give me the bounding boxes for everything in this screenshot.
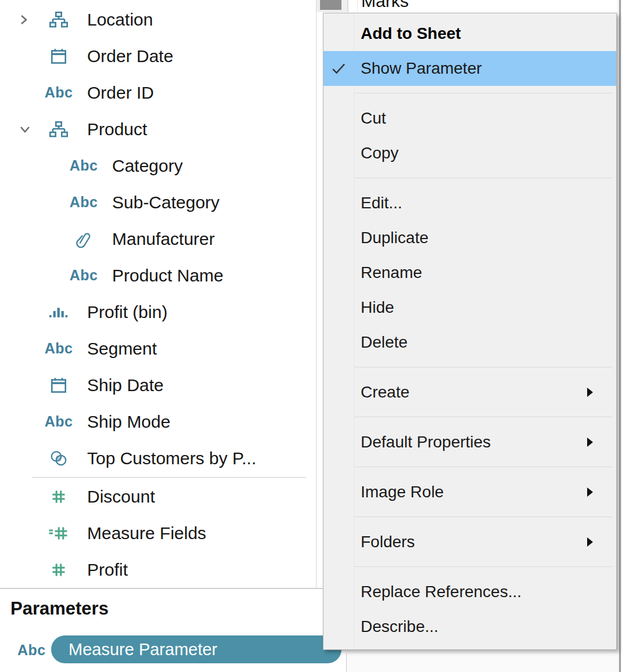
menu-item-label: Cut <box>361 109 386 128</box>
menu-item-label: Copy <box>361 144 398 162</box>
field-label: Product <box>87 120 147 139</box>
submenu-arrow-icon <box>587 487 593 497</box>
marks-card-label: Marks <box>361 0 443 12</box>
field-label: Order ID <box>87 83 154 103</box>
submenu-arrow-icon <box>587 388 593 397</box>
chevron-down-icon[interactable] <box>17 123 41 136</box>
field-label: Sub-Category <box>112 193 220 212</box>
abc-icon: Abc <box>66 267 102 284</box>
menu-separator <box>354 516 613 517</box>
abc-icon: Abc <box>66 157 102 174</box>
menu-item-label: Create <box>361 383 409 402</box>
field-row-discount[interactable]: Discount <box>0 478 317 515</box>
field-row-product-name[interactable]: AbcProduct Name <box>0 257 317 294</box>
field-row-category[interactable]: AbcCategory <box>0 147 317 184</box>
field-label: Top Customers by P... <box>87 449 256 468</box>
menu-item-describe[interactable]: Describe... <box>323 609 616 644</box>
menu-item-label: Show Parameter <box>361 59 482 78</box>
histogram-icon <box>41 306 77 318</box>
field-row-ship-mode[interactable]: AbcShip Mode <box>0 403 317 440</box>
menu-item-label: Folders <box>361 533 415 551</box>
menu-separator <box>354 178 613 178</box>
field-label: Category <box>112 156 183 176</box>
canvas-background <box>347 652 617 672</box>
field-row-top-customers-by-p[interactable]: Top Customers by P... <box>0 440 317 476</box>
menu-separator <box>354 467 613 467</box>
marks-card-label-text: Marks <box>361 0 409 11</box>
field-label: Order Date <box>87 46 173 66</box>
field-row-profit[interactable]: Profit <box>0 551 317 588</box>
parameter-pill-measure-parameter[interactable]: Measure Parameter <box>51 635 341 663</box>
measure-fields-icon <box>41 526 77 541</box>
app-window: Marks LocationOrder DateAbcOrder IDProdu… <box>0 0 622 672</box>
submenu-arrow-icon <box>587 438 593 447</box>
field-label: Measure Fields <box>87 523 206 543</box>
calendar-icon <box>41 377 77 393</box>
menu-item-hide[interactable]: Hide <box>323 290 616 325</box>
field-label: Profit <box>87 560 128 580</box>
check-icon <box>330 60 347 77</box>
menu-item-label: Replace References... <box>361 583 522 601</box>
field-row-sub-category[interactable]: AbcSub-Category <box>0 184 317 221</box>
calendar-icon <box>41 48 77 64</box>
field-row-segment[interactable]: AbcSegment <box>0 330 317 367</box>
paperclip-icon <box>66 230 102 248</box>
menu-item-image-role[interactable]: Image Role <box>323 475 616 510</box>
field-label: Location <box>87 10 153 30</box>
menu-item-create[interactable]: Create <box>323 375 616 410</box>
field-row-measure-fields[interactable]: Measure Fields <box>0 515 317 551</box>
parameter-pill-label: Measure Parameter <box>69 640 217 659</box>
menu-item-edit[interactable]: Edit... <box>323 186 616 221</box>
marks-card-edge-line <box>357 0 358 12</box>
hierarchy-icon <box>41 12 77 28</box>
menu-item-label: Default Properties <box>361 433 491 451</box>
field-label: Manufacturer <box>112 229 215 249</box>
field-row-order-id[interactable]: AbcOrder ID <box>0 74 317 111</box>
field-row-location[interactable]: Location <box>0 1 317 38</box>
field-label: Ship Date <box>87 375 164 395</box>
menu-separator <box>354 93 613 93</box>
field-row-order-date[interactable]: Order Date <box>0 38 317 74</box>
menu-item-show-parameter[interactable]: Show Parameter <box>323 51 616 86</box>
toolbar-swatch <box>320 0 341 10</box>
field-row-profit-bin[interactable]: Profit (bin) <box>0 294 317 330</box>
pane-divider-bottom <box>346 653 347 672</box>
menu-item-label: Rename <box>361 263 422 282</box>
menu-item-folders[interactable]: Folders <box>323 525 616 559</box>
field-label: Ship Mode <box>87 412 170 432</box>
field-label: Segment <box>87 339 157 359</box>
fields-separator <box>0 476 317 478</box>
menu-item-delete[interactable]: Delete <box>323 325 616 360</box>
abc-icon: Abc <box>41 413 77 430</box>
menu-item-label: Describe... <box>361 617 438 636</box>
abc-icon: Abc <box>66 194 102 211</box>
menu-separator <box>354 417 613 417</box>
submenu-arrow-icon <box>587 537 593 547</box>
menu-item-add-to-sheet[interactable]: Add to Sheet <box>323 16 616 51</box>
field-label: Profit (bin) <box>87 302 167 322</box>
number-icon <box>41 562 77 577</box>
field-row-product[interactable]: Product <box>0 111 317 147</box>
menu-item-cut[interactable]: Cut <box>323 101 616 136</box>
parameters-section-divider <box>0 588 323 589</box>
data-pane-right-border <box>316 0 317 588</box>
menu-item-duplicate[interactable]: Duplicate <box>323 221 616 255</box>
scrollbar-track[interactable] <box>619 0 621 672</box>
menu-item-copy[interactable]: Copy <box>323 136 616 171</box>
menu-item-label: Duplicate <box>361 229 429 247</box>
menu-item-rename[interactable]: Rename <box>323 255 616 290</box>
number-icon <box>41 489 77 504</box>
menu-item-label: Hide <box>361 298 394 317</box>
field-row-ship-date[interactable]: Ship Date <box>0 367 317 403</box>
chevron-right-icon[interactable] <box>17 12 41 27</box>
menu-item-replace-references[interactable]: Replace References... <box>323 575 616 609</box>
menu-item-label: Add to Sheet <box>361 24 461 43</box>
field-row-manufacturer[interactable]: Manufacturer <box>0 221 317 257</box>
set-icon <box>41 450 77 467</box>
abc-icon: Abc <box>41 84 77 101</box>
context-menu: Add to SheetShow ParameterCutCopyEdit...… <box>323 13 617 650</box>
menu-item-label: Image Role <box>361 483 444 501</box>
field-label: Product Name <box>112 266 224 286</box>
parameters-section-title: Parameters <box>10 590 109 628</box>
menu-item-default-properties[interactable]: Default Properties <box>323 425 616 460</box>
